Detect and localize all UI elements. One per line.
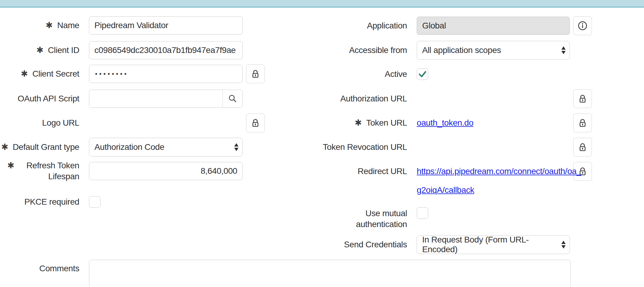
required-icon: ✱ (46, 20, 53, 31)
lock-icon (578, 118, 587, 128)
search-icon (228, 94, 238, 104)
field-label-application: Application (257, 20, 407, 31)
lock-icon (578, 142, 587, 152)
application-info-button[interactable] (573, 16, 592, 35)
field-row-logo-url: Logo URL (0, 114, 265, 132)
info-icon (577, 20, 588, 31)
field-label-refresh-token-lifespan: ✱ Refresh Token Lifespan (0, 160, 79, 182)
oauth-api-script-reference-field (89, 90, 243, 108)
redirect-url-value-area: https://api.pipedream.com/connect/oauth/… (417, 162, 570, 181)
token-url-link[interactable]: oauth_token.do (417, 118, 473, 128)
field-label-accessible-from: Accessible from (257, 45, 407, 56)
field-label-comments: Comments (0, 263, 79, 274)
required-icon: ✱ (355, 117, 362, 128)
use-mutual-authentication-checkbox[interactable] (417, 207, 428, 219)
field-label-token-url: ✱ Token URL (257, 117, 407, 128)
field-row-application: Application (257, 16, 592, 35)
required-icon: ✱ (36, 45, 43, 56)
active-checkbox[interactable] (417, 68, 428, 80)
token-revocation-url-value-area (417, 138, 570, 156)
field-label-active: Active (257, 69, 407, 80)
oauth-api-script-search-button[interactable] (222, 90, 242, 107)
field-label-token-revocation-url: Token Revocation URL (257, 142, 407, 153)
accessible-from-selected-value: All application scopes (422, 45, 501, 55)
field-label-default-grant-type: ✱ Default Grant type (0, 142, 79, 153)
field-label-logo-url: Logo URL (0, 117, 79, 128)
logo-url-value-area (89, 114, 243, 132)
field-row-accessible-from: Accessible from All application scopes (257, 41, 570, 60)
authorization-url-value-area (417, 90, 570, 108)
required-icon: ✱ (21, 68, 28, 79)
field-row-authorization-url: Authorization URL (257, 89, 592, 108)
select-arrows-icon (561, 241, 566, 249)
field-label-client-secret: ✱ Client Secret (0, 68, 79, 79)
name-input[interactable] (89, 16, 243, 35)
field-label-redirect-url: Redirect URL (257, 166, 407, 177)
client-secret-input[interactable] (89, 65, 243, 83)
client-id-input[interactable] (89, 41, 243, 59)
form-header-bar (0, 0, 644, 8)
field-row-oauth-api-script: OAuth API Script (0, 90, 243, 108)
token-url-value-area: oauth_token.do (417, 114, 570, 132)
field-label-oauth-api-script: OAuth API Script (0, 93, 79, 104)
field-label-authorization-url: Authorization URL (257, 93, 407, 104)
oauth-api-script-input[interactable] (89, 90, 222, 107)
send-credentials-select[interactable]: In Request Body (Form URL-Encoded) (417, 235, 570, 254)
pkce-required-checkbox[interactable] (89, 196, 100, 208)
select-arrows-icon (234, 143, 238, 151)
comments-textarea[interactable] (89, 260, 571, 287)
redirect-url-link[interactable]: https://api.pipedream.com/connect/oauth/… (417, 162, 572, 200)
field-row-pkce-required: PKCE required (0, 196, 100, 208)
field-label-pkce-required: PKCE required (0, 196, 79, 207)
field-label-name: ✱ Name (0, 20, 79, 31)
refresh-token-lifespan-input[interactable] (89, 162, 243, 180)
field-row-name: ✱ Name (0, 16, 243, 35)
checkmark-icon (418, 69, 427, 79)
field-row-send-credentials: Send Credentials In Request Body (Form U… (257, 235, 570, 254)
token-revocation-url-lock-button[interactable] (573, 138, 592, 157)
field-row-redirect-url: Redirect URL https://api.pipedream.com/c… (257, 162, 592, 181)
field-label-client-id: ✱ Client ID (0, 45, 79, 56)
field-row-active: Active (257, 68, 428, 80)
field-row-comments: Comments (0, 260, 571, 287)
required-icon: ✱ (1, 142, 8, 153)
field-row-use-mutual-authentication: Use mutual authentication (257, 207, 428, 219)
authorization-url-lock-button[interactable] (573, 89, 592, 108)
field-row-default-grant-type: ✱ Default Grant type Authorization Code (0, 138, 243, 157)
field-row-client-id: ✱ Client ID (0, 41, 243, 59)
application-input (417, 17, 570, 35)
field-row-refresh-token-lifespan: ✱ Refresh Token Lifespan (0, 161, 243, 181)
default-grant-type-select[interactable]: Authorization Code (89, 138, 243, 157)
field-row-client-secret: ✱ Client Secret (0, 64, 265, 83)
field-label-use-mutual-authentication: Use mutual authentication (257, 208, 407, 230)
field-row-token-url: ✱ Token URL oauth_token.do (257, 114, 592, 132)
lock-icon (578, 94, 587, 104)
token-url-lock-button[interactable] (573, 114, 592, 132)
field-row-token-revocation-url: Token Revocation URL (257, 138, 592, 157)
field-label-send-credentials: Send Credentials (257, 239, 407, 250)
send-credentials-selected-value: In Request Body (Form URL-Encoded) (422, 235, 554, 254)
default-grant-type-selected-value: Authorization Code (94, 142, 164, 152)
required-icon: ✱ (7, 160, 14, 171)
accessible-from-select[interactable]: All application scopes (417, 41, 570, 60)
select-arrows-icon (561, 46, 566, 54)
